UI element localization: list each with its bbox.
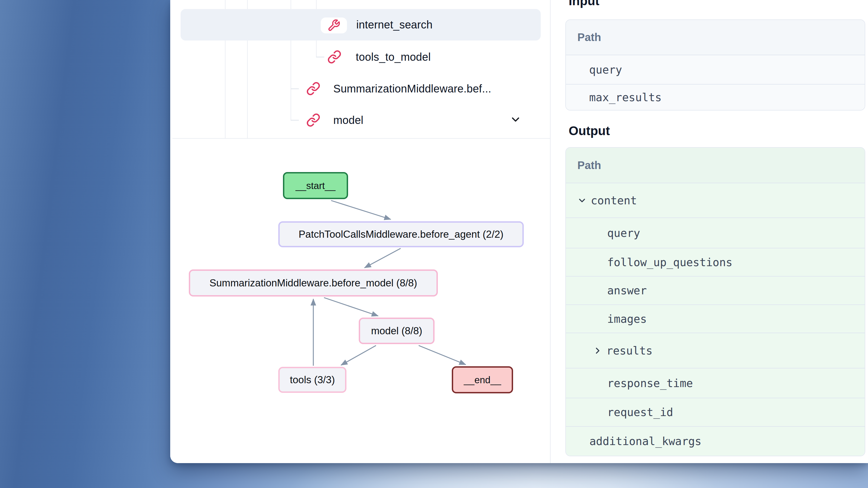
tree-item-internet-search[interactable]: internet_search xyxy=(181,9,541,40)
chevron-right-icon[interactable] xyxy=(593,346,602,356)
chevron-down-icon[interactable] xyxy=(577,196,587,205)
output-row-content[interactable]: content xyxy=(566,183,865,218)
path-column-header: Path xyxy=(566,159,601,171)
path-column-header: Path xyxy=(566,31,601,43)
edge-start-to-patch xyxy=(331,200,391,219)
graph-node-start[interactable]: __start__ xyxy=(283,172,348,199)
graph-node-tools[interactable]: tools (3/3) xyxy=(278,367,346,393)
output-row-answer: answer xyxy=(566,276,865,304)
output-row-query: query xyxy=(566,218,865,248)
graph-node-end[interactable]: __end__ xyxy=(452,366,513,393)
output-row-request-id: request_id xyxy=(566,398,865,426)
chevron-down-icon xyxy=(509,113,522,126)
path-cell: follow_up_questions xyxy=(607,256,733,269)
tree-item-label: SummarizationMiddleware.bef... xyxy=(333,83,491,95)
output-section-title: Output xyxy=(569,123,610,138)
output-row-follow-up-questions: follow_up_questions xyxy=(566,248,865,276)
edge-model-to-tools xyxy=(341,346,376,365)
path-cell: request_id xyxy=(607,406,673,419)
input-section-title: Input xyxy=(569,0,599,8)
edge-summarization-to-model xyxy=(324,298,378,316)
output-row-response-time: response_time xyxy=(566,368,865,398)
edge-patch-to-summarization xyxy=(365,248,401,268)
path-cell: images xyxy=(607,313,647,325)
tree-item-label: model xyxy=(333,114,363,126)
output-path-table: Path content query follow_up_questions a… xyxy=(565,147,865,456)
link-icon xyxy=(306,82,320,96)
input-row-max-results: max_results xyxy=(566,84,865,110)
path-cell: results xyxy=(607,345,653,357)
wrench-icon xyxy=(327,19,340,32)
desktop-wallpaper: internet_search tools_to_model Summariza… xyxy=(0,0,868,488)
path-cell: additional_kwargs xyxy=(589,435,701,448)
graph-node-summarization-middleware[interactable]: SummarizationMiddleware.before_model (8/… xyxy=(189,269,438,296)
tree-item-label: tools_to_model xyxy=(356,51,431,63)
output-row-results[interactable]: results xyxy=(566,333,865,368)
table-header-row: Path xyxy=(566,148,865,183)
link-icon xyxy=(306,113,320,127)
input-row-query: query xyxy=(566,55,865,84)
path-cell: query xyxy=(607,227,640,239)
link-icon xyxy=(327,50,342,64)
tool-badge xyxy=(321,18,347,33)
tree-item-label: internet_search xyxy=(356,19,433,31)
tree-item-tools-to-model[interactable]: tools_to_model xyxy=(181,42,541,72)
edge-model-to-end xyxy=(419,346,466,365)
expand-chevron-button[interactable] xyxy=(509,113,522,127)
inspector-panel: Input Path query max_results Output Path xyxy=(551,0,868,463)
graph-panel: __start__ PatchToolCallsMiddleware.befor… xyxy=(170,139,550,463)
graph-node-patch-tool-calls-middleware[interactable]: PatchToolCallsMiddleware.before_agent (2… xyxy=(278,221,524,247)
input-path-table: Path query max_results xyxy=(565,20,865,110)
graph-edges xyxy=(170,139,550,463)
path-cell: content xyxy=(591,194,637,207)
path-cell: max_results xyxy=(589,91,662,104)
trace-tree-panel: internet_search tools_to_model Summariza… xyxy=(170,0,550,139)
tree-item-summarization-middleware[interactable]: SummarizationMiddleware.bef... xyxy=(181,74,541,103)
path-cell: response_time xyxy=(607,377,693,390)
table-header-row: Path xyxy=(566,20,865,55)
output-row-additional-kwargs: additional_kwargs xyxy=(566,426,865,456)
tree-item-model[interactable]: model xyxy=(181,105,541,135)
graph-node-model[interactable]: model (8/8) xyxy=(359,318,435,344)
path-cell: query xyxy=(589,63,622,76)
output-row-images: images xyxy=(566,304,865,333)
path-cell: answer xyxy=(607,284,647,297)
app-window: internet_search tools_to_model Summariza… xyxy=(170,0,868,463)
